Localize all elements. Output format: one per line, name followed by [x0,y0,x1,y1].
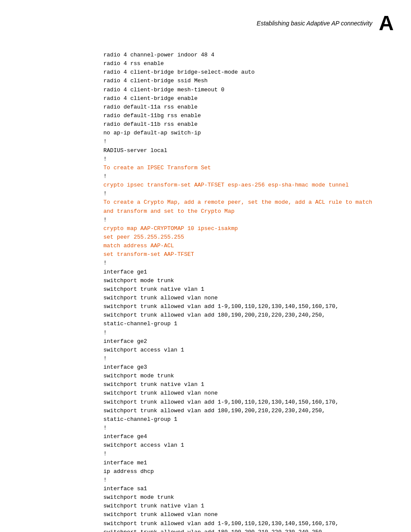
code-line: switchport trunk native vlan 1 [103,380,394,389]
code-line: ! [103,190,394,198]
code-line: radio default-11b rss enable [103,120,394,129]
code-line: ! [103,155,394,164]
code-line: ! [103,172,394,181]
code-line: switchport mode trunk [103,372,394,380]
code-line: radio default-11a rss enable [103,103,394,112]
code-line: radio 4 client-bridge mesh-timeout 0 [103,86,394,94]
code-line: switchport access vlan 1 [103,346,394,355]
page-header: Establishing basic Adaptive AP connectiv… [0,0,411,42]
code-line: ! [103,216,394,224]
code-line: crypto ipsec transform-set AAP-TFSET esp… [103,181,394,190]
code-line: switchport trunk allowed vlan add 180,19… [103,528,394,532]
code-line: crypto map AAP-CRYPTOMAP 10 ipsec-isakmp [103,224,394,233]
code-line: match address AAP-ACL [103,242,394,250]
code-line: switchport mode trunk [103,277,394,285]
code-line: interface ge2 [103,337,394,346]
code-line: ! [103,355,394,363]
code-line: and transform and set to the Crypto Map [103,207,394,216]
code-line: switchport trunk allowed vlan none [103,294,394,302]
main-content: radio 4 channel-power indoor 48 4radio 4… [0,42,411,532]
code-line: switchport trunk allowed vlan add 180,19… [103,311,394,320]
code-line: radio 4 rss enable [103,59,394,68]
code-line: ! [103,137,394,146]
code-line: interface me1 [103,459,394,467]
code-line: set peer 255.255.255.255 [103,233,394,242]
code-line: radio 4 channel-power indoor 48 4 [103,51,394,59]
code-line: switchport trunk allowed vlan add 1-9,10… [103,302,394,311]
code-line: switchport access vlan 1 [103,441,394,450]
code-block: radio 4 channel-power indoor 48 4radio 4… [103,51,394,532]
code-line: switchport trunk allowed vlan add 1-9,10… [103,398,394,407]
code-line: switchport trunk allowed vlan add 180,19… [103,407,394,415]
header-title: Establishing basic Adaptive AP connectiv… [257,20,372,27]
code-line: ! [103,450,394,458]
code-line: switchport trunk allowed vlan add 1-9,10… [103,520,394,528]
code-line: set transform-set AAP-TFSET [103,250,394,259]
code-line: switchport trunk native vlan 1 [103,502,394,510]
code-line: radio 4 client-bridge ssid Mesh [103,77,394,85]
code-line: To create a Crypto Map, add a remote pee… [103,198,394,207]
code-line: interface ge1 [103,268,394,277]
code-line: To create an IPSEC Transform Set [103,164,394,172]
code-line: radio 4 client-bridge bridge-select-mode… [103,68,394,77]
code-line: ! [103,476,394,485]
code-line: no ap-ip default-ap switch-ip [103,129,394,137]
code-line: static-channel-group 1 [103,320,394,328]
code-line: radio default-11bg rss enable [103,112,394,120]
code-line: interface sa1 [103,485,394,493]
code-line: radio 4 client-bridge enable [103,94,394,103]
code-line: switchport mode trunk [103,493,394,502]
code-line: ! [103,329,394,337]
code-line: interface ge3 [103,363,394,372]
code-line: ! [103,424,394,432]
code-line: static-channel-group 1 [103,415,394,424]
code-line: switchport trunk allowed vlan none [103,510,394,519]
code-line: interface ge4 [103,432,394,441]
code-line: switchport trunk native vlan 1 [103,285,394,294]
code-line: switchport trunk allowed vlan none [103,389,394,398]
code-line: RADIUS-server local [103,146,394,155]
code-line: ! [103,259,394,268]
header-letter: A [379,13,394,34]
code-line: ip address dhcp [103,467,394,476]
